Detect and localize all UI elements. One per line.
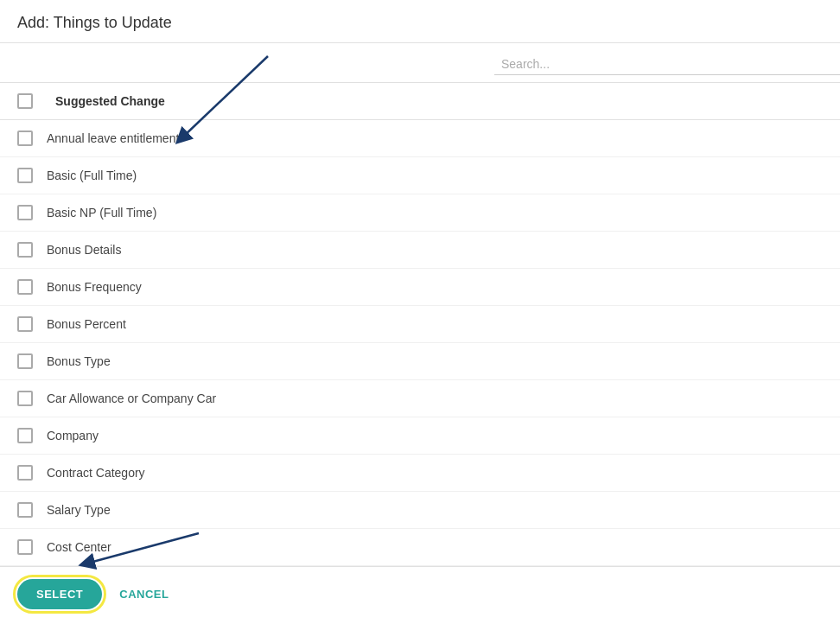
list-item[interactable]: Bonus Frequency bbox=[0, 269, 840, 306]
item-checkbox-bonus-type[interactable] bbox=[17, 353, 33, 369]
item-label-bonus-frequency: Bonus Frequency bbox=[47, 280, 142, 294]
list-item[interactable]: Cost Center bbox=[0, 529, 840, 566]
item-label-contract-category: Contract Category bbox=[47, 466, 145, 480]
search-bar-row bbox=[0, 43, 840, 83]
item-checkbox-company[interactable] bbox=[17, 428, 33, 443]
item-label-annual-leave: Annual leave entitlement bbox=[47, 131, 179, 145]
item-label-car-allowance: Car Allowance or Company Car bbox=[47, 392, 216, 405]
item-label-basic-full-time: Basic (Full Time) bbox=[47, 169, 137, 182]
item-label-company: Company bbox=[47, 429, 99, 442]
footer-container: SELECT CANCEL bbox=[0, 566, 840, 621]
list-item[interactable]: Basic (Full Time) bbox=[0, 157, 840, 194]
item-checkbox-basic-full-time[interactable] bbox=[17, 168, 33, 183]
item-label-cost-center: Cost Center bbox=[47, 540, 111, 554]
item-label-bonus-percent: Bonus Percent bbox=[47, 317, 126, 331]
page-title: Add: Things to Update bbox=[0, 0, 840, 43]
items-list: Annual leave entitlementBasic (Full Time… bbox=[0, 120, 840, 566]
list-item[interactable]: Company bbox=[0, 417, 840, 455]
item-label-bonus-type: Bonus Type bbox=[47, 354, 111, 368]
list-item[interactable]: Car Allowance or Company Car bbox=[0, 380, 840, 417]
item-label-basic-np-full-time: Basic NP (Full Time) bbox=[47, 206, 156, 220]
item-checkbox-car-allowance[interactable] bbox=[17, 391, 33, 406]
item-checkbox-bonus-details[interactable] bbox=[17, 242, 33, 258]
list-header-label: Suggested Change bbox=[55, 94, 165, 108]
list-header: Suggested Change bbox=[0, 83, 840, 120]
list-item[interactable]: Basic NP (Full Time) bbox=[0, 194, 840, 232]
list-item[interactable]: Annual leave entitlement bbox=[0, 120, 840, 157]
select-button[interactable]: SELECT bbox=[17, 579, 102, 609]
footer: SELECT CANCEL bbox=[0, 566, 840, 621]
cancel-button[interactable]: CANCEL bbox=[119, 588, 169, 601]
search-input[interactable] bbox=[494, 54, 840, 75]
item-checkbox-bonus-percent[interactable] bbox=[17, 316, 33, 332]
header-checkbox[interactable] bbox=[17, 93, 33, 109]
list-item[interactable]: Salary Type bbox=[0, 492, 840, 529]
item-label-salary-type: Salary Type bbox=[47, 503, 111, 517]
item-checkbox-basic-np-full-time[interactable] bbox=[17, 205, 33, 220]
item-checkbox-bonus-frequency[interactable] bbox=[17, 279, 33, 295]
list-item[interactable]: Bonus Percent bbox=[0, 306, 840, 343]
item-checkbox-contract-category[interactable] bbox=[17, 465, 33, 481]
item-label-bonus-details: Bonus Details bbox=[47, 243, 121, 257]
list-item[interactable]: Bonus Details bbox=[0, 232, 840, 269]
item-checkbox-salary-type[interactable] bbox=[17, 502, 33, 518]
list-item[interactable]: Contract Category bbox=[0, 455, 840, 492]
list-item[interactable]: Bonus Type bbox=[0, 343, 840, 380]
item-checkbox-cost-center[interactable] bbox=[17, 539, 33, 555]
item-checkbox-annual-leave[interactable] bbox=[17, 131, 33, 146]
